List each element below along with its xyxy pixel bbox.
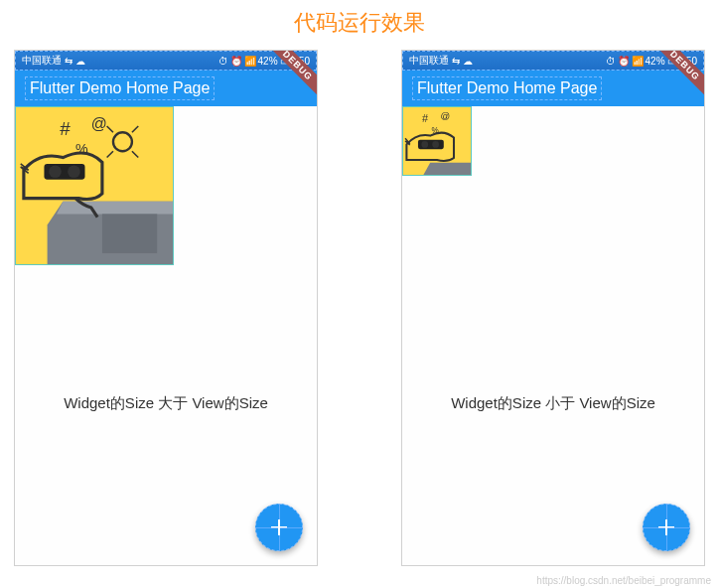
signal-icon: 📶 xyxy=(632,56,644,67)
status-bar: 中国联通 ⇆ ☁ ⏱ ⏰ 📶 42% ▭ 6:50 xyxy=(15,51,317,71)
carrier-text: 中国联通 xyxy=(22,54,62,68)
fab-guide-v xyxy=(666,504,667,551)
watermark-text: https://blog.csdn.net/beibei_programme xyxy=(536,575,711,586)
fab-button[interactable] xyxy=(255,504,303,551)
svg-point-19 xyxy=(432,141,439,148)
svg-text:#: # xyxy=(60,118,71,139)
app-bar: Flutter Demo Home Page xyxy=(15,71,317,106)
caption-text: Widget的Size 小于 View的Size xyxy=(402,394,704,413)
body-area: # @ % xyxy=(15,106,317,565)
svg-text:@: @ xyxy=(91,115,107,132)
wifi-icon: ⇆ xyxy=(65,56,72,67)
alarm-icon: ⏱ xyxy=(606,56,616,67)
svg-point-11 xyxy=(68,165,80,178)
clock-icon: ⏰ xyxy=(230,56,242,67)
caption-text: Widget的Size 大于 View的Size xyxy=(15,394,317,413)
wifi-icon: ⇆ xyxy=(452,56,460,67)
cloud-icon: ☁ xyxy=(463,56,473,67)
body-area: # @ % Widget的Size 小于 View的Size xyxy=(402,106,704,565)
screens-container: 中国联通 ⇆ ☁ ⏱ ⏰ 📶 42% ▭ 6:50 Flutter Demo H… xyxy=(0,50,719,566)
dino-image: # @ % xyxy=(16,107,173,264)
carrier-text: 中国联通 xyxy=(409,54,449,68)
fab-button[interactable] xyxy=(643,504,690,551)
signal-icon: 📶 xyxy=(244,56,256,67)
app-bar: Flutter Demo Home Page xyxy=(402,71,704,106)
appbar-title: Flutter Demo Home Page xyxy=(25,76,215,100)
fab-guide-h xyxy=(643,527,690,528)
svg-point-10 xyxy=(49,165,62,178)
phone-right: 中国联通 ⇆ ☁ ⏱ ⏰ 📶 42% ▭ 6:50 Flutter Demo H… xyxy=(401,50,705,566)
status-bar: 中国联通 ⇆ ☁ ⏱ ⏰ 📶 42% ▭ 6:50 xyxy=(402,51,704,71)
phone-left: 中国联通 ⇆ ☁ ⏱ ⏰ 📶 42% ▭ 6:50 Flutter Demo H… xyxy=(14,50,318,566)
svg-text:@: @ xyxy=(440,110,450,121)
battery-text: 42% xyxy=(258,56,278,67)
widget-container: # @ % xyxy=(402,106,472,176)
page-title: 代码运行效果 xyxy=(0,0,719,50)
svg-rect-12 xyxy=(102,214,157,253)
clock-icon: ⏰ xyxy=(618,56,630,67)
cloud-icon: ☁ xyxy=(75,56,85,67)
dino-image: # @ % xyxy=(403,107,471,175)
svg-text:#: # xyxy=(422,112,428,124)
widget-container: # @ % xyxy=(15,106,174,265)
fab-guide-h xyxy=(255,527,303,528)
fab-guide-v xyxy=(279,504,280,551)
alarm-icon: ⏱ xyxy=(218,56,228,67)
battery-text: 42% xyxy=(646,56,665,67)
appbar-title: Flutter Demo Home Page xyxy=(412,76,602,100)
svg-point-18 xyxy=(421,141,428,148)
